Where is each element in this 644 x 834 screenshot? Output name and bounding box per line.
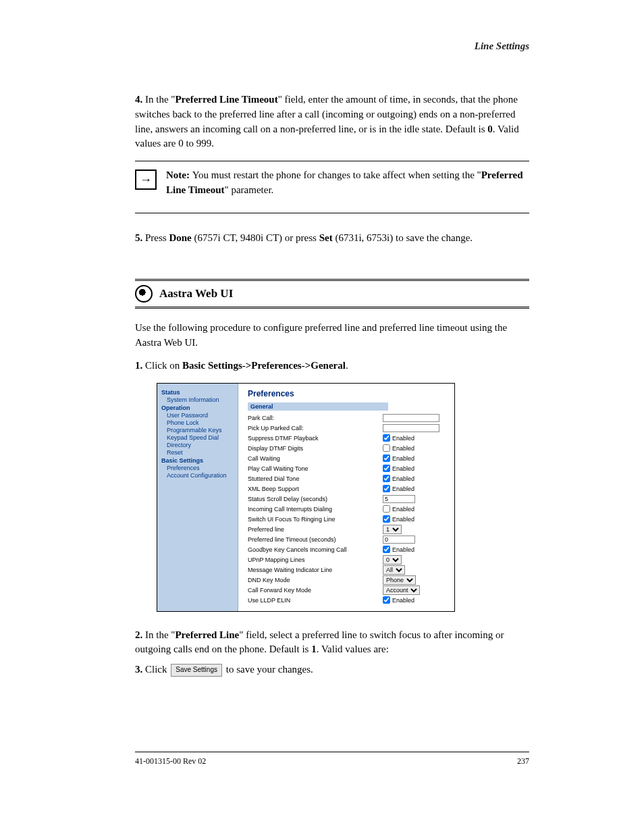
pref-row: Pick Up Parked Call:	[248, 423, 449, 433]
pref-label: XML Beep Support	[248, 486, 383, 492]
pref-row: XML Beep SupportEnabled	[248, 484, 449, 494]
enabled-label: Enabled	[392, 465, 414, 472]
step-3: 3. Click Save Settings to save your chan…	[135, 662, 529, 677]
sidebar-item-preferences[interactable]: Preferences	[167, 465, 235, 471]
pref-control: Enabled	[383, 505, 414, 513]
enabled-checkbox[interactable]	[383, 434, 390, 442]
webui-heading-bar: Aastra Web UI	[135, 279, 529, 309]
text-input[interactable]	[383, 424, 439, 432]
key-done: Done	[169, 232, 191, 243]
sidebar-item[interactable]: System Information	[167, 396, 235, 403]
pref-row: Switch UI Focus To Ringing LineEnabled	[248, 515, 449, 524]
pref-row: Suppress DTMF PlaybackEnabled	[248, 434, 449, 443]
sidebar-item[interactable]: Directory	[167, 442, 235, 448]
pref-row: DND Key ModePhone	[248, 575, 449, 585]
select-input[interactable]: Phone	[383, 575, 416, 585]
enabled-checkbox[interactable]	[383, 546, 390, 553]
globe-icon	[135, 285, 153, 303]
pref-row: Display DTMF DigitsEnabled	[248, 444, 449, 453]
enabled-checkbox[interactable]	[383, 475, 390, 482]
pref-label: Pick Up Parked Call:	[248, 425, 383, 432]
pref-label: UPnP Mapping Lines	[248, 556, 383, 563]
sidebar-item[interactable]: Account Configuration	[167, 472, 235, 479]
pref-label: Display DTMF Digits	[248, 445, 383, 452]
text-input[interactable]	[383, 495, 415, 503]
pref-label: Call Forward Key Mode	[248, 587, 383, 594]
enabled-checkbox[interactable]	[383, 596, 390, 604]
sidebar-heading-basic[interactable]: Basic Settings	[161, 457, 235, 464]
step-num: 4.	[135, 94, 142, 105]
step-1: 1. Click on Basic Settings->Preferences-…	[135, 359, 529, 373]
sidebar-item[interactable]: Programmable Keys	[167, 427, 235, 434]
text: (6731i, 6753i) to save the change.	[333, 232, 473, 243]
key-set: Set	[319, 232, 333, 243]
save-settings-button-icon: Save Settings	[171, 664, 222, 677]
sidebar-heading-status[interactable]: Status	[161, 389, 235, 396]
select-input[interactable]: Account	[383, 585, 420, 595]
pref-control: All	[383, 565, 405, 575]
enabled-checkbox[interactable]	[383, 454, 390, 462]
pref-label: Goodbye Key Cancels Incoming Call	[248, 546, 383, 553]
pref-row: Call Forward Key ModeAccount	[248, 585, 449, 595]
nav-path: Basic Settings->Preferences->General	[182, 360, 346, 371]
field-name: Preferred Line	[175, 629, 239, 640]
select-input[interactable]: 0	[383, 555, 402, 565]
pref-control: Phone	[383, 575, 416, 585]
pref-label: Status Scroll Delay (seconds)	[248, 496, 383, 502]
text: In the "	[145, 629, 175, 640]
screenshot-sidebar: Status System Information Operation User…	[157, 384, 238, 611]
pref-row: Play Call Waiting ToneEnabled	[248, 464, 449, 473]
pref-label: Message Waiting Indicator Line	[248, 567, 383, 573]
pref-row: Status Scroll Delay (seconds)	[248, 494, 449, 504]
sidebar-item[interactable]: Reset	[167, 449, 235, 456]
enabled-label: Enabled	[392, 435, 414, 442]
enabled-label: Enabled	[392, 455, 414, 462]
pref-control: Enabled	[383, 444, 414, 452]
intro-text: Use the following procedure to configure…	[135, 321, 529, 350]
pref-control	[383, 495, 415, 503]
pref-row: Message Waiting Indicator LineAll	[248, 565, 449, 575]
pref-label: Preferred line	[248, 526, 383, 533]
pref-label: Play Call Waiting Tone	[248, 465, 383, 472]
text-input[interactable]	[383, 414, 439, 422]
pref-control	[383, 414, 439, 422]
step-num: 1.	[135, 360, 142, 371]
sidebar-heading-operation[interactable]: Operation	[161, 405, 235, 411]
footer-left: 41-001315-00 Rev 02	[135, 756, 206, 766]
sidebar-item[interactable]: Keypad Speed Dial	[167, 434, 235, 441]
pref-control: Enabled	[383, 454, 414, 462]
text-input[interactable]	[383, 536, 415, 544]
pref-row: Stuttered Dial ToneEnabled	[248, 474, 449, 484]
pref-label: Incoming Call Interrupts Dialing	[248, 506, 383, 513]
enabled-label: Enabled	[392, 486, 414, 492]
step-2: 2. In the "Preferred Line" field, select…	[135, 628, 529, 658]
pref-label: Use LLDP ELIN	[248, 597, 383, 604]
pref-control: Enabled	[383, 485, 414, 492]
webui-heading: Aastra Web UI	[159, 287, 233, 301]
enabled-checkbox[interactable]	[383, 444, 390, 452]
pref-label: Preferred line Timeout (seconds)	[248, 536, 383, 543]
enabled-checkbox[interactable]	[383, 515, 390, 523]
step-5: 5. Press Done (6757i CT, 9480i CT) or pr…	[135, 231, 529, 246]
pref-control: Enabled	[383, 546, 414, 553]
select-input[interactable]: 1	[383, 525, 402, 534]
pref-row: Park Call:	[248, 413, 449, 423]
text: to save your changes.	[223, 664, 313, 675]
pref-row: Call WaitingEnabled	[248, 454, 449, 463]
enabled-checkbox[interactable]	[383, 505, 390, 513]
sidebar-item[interactable]: User Password	[167, 412, 235, 419]
enabled-label: Enabled	[392, 506, 414, 513]
pref-control: Account	[383, 585, 420, 595]
page-header-title: Line Settings	[135, 41, 529, 52]
enabled-label: Enabled	[392, 597, 414, 604]
enabled-checkbox[interactable]	[383, 465, 390, 472]
sidebar-item[interactable]: Phone Lock	[167, 419, 235, 426]
pref-control: Enabled	[383, 515, 414, 523]
pref-control: Enabled	[383, 475, 414, 482]
note-body: You must restart the phone for changes t…	[192, 170, 481, 180]
note-tail: " parameter.	[225, 184, 274, 195]
text: Press	[145, 232, 169, 243]
note-block: → Note: You must restart the phone for c…	[135, 161, 529, 213]
enabled-checkbox[interactable]	[383, 485, 390, 492]
select-input[interactable]: All	[383, 565, 405, 575]
